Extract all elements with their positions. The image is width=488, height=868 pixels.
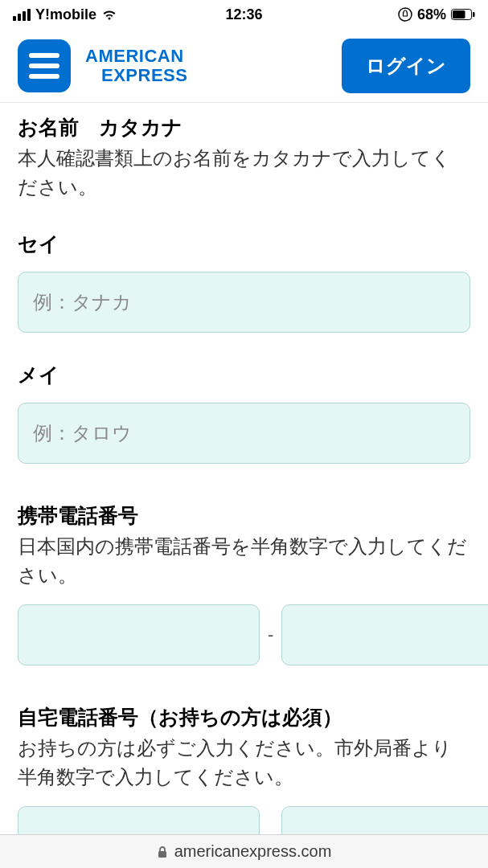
logo-line2: EXPRESS xyxy=(85,66,187,84)
sei-label: セイ xyxy=(18,231,470,257)
hamburger-line-icon xyxy=(29,53,59,58)
carrier-label: Y!mobile xyxy=(35,6,96,23)
wifi-icon xyxy=(101,9,117,21)
mei-input[interactable] xyxy=(18,403,470,464)
login-button[interactable]: ログイン xyxy=(342,39,470,93)
header-left: AMERICAN EXPRESS xyxy=(18,39,187,92)
status-right: 68% xyxy=(398,6,475,23)
sei-input[interactable] xyxy=(18,272,470,333)
menu-button[interactable] xyxy=(18,39,71,92)
svg-rect-3 xyxy=(473,12,475,17)
battery-percent: 68% xyxy=(417,6,446,23)
cellular-signal-icon xyxy=(13,9,31,21)
domain-label: americanexpress.com xyxy=(174,842,332,861)
mobile-phone-part2[interactable] xyxy=(281,604,488,665)
clock: 12:36 xyxy=(225,6,262,23)
svg-rect-4 xyxy=(158,851,166,858)
battery-icon xyxy=(451,9,475,20)
home-section-title: 自宅電話番号（お持ちの方は必須） xyxy=(18,704,470,731)
dash-separator: - xyxy=(266,624,275,645)
hamburger-line-icon xyxy=(29,74,59,79)
logo-line1: AMERICAN xyxy=(85,47,187,65)
mobile-phone-row: - - xyxy=(18,604,470,665)
lock-icon xyxy=(157,845,168,858)
svg-point-0 xyxy=(399,8,412,21)
form-content: お名前 カタカナ 本人確認書類上のお名前をカタカナで入力してください。 セイ メ… xyxy=(0,103,488,867)
svg-rect-2 xyxy=(453,10,465,18)
brand-logo: AMERICAN EXPRESS xyxy=(85,47,187,84)
mobile-section-title: 携帯電話番号 xyxy=(18,502,470,529)
name-section-description: 本人確認書類上のお名前をカタカナで入力してください。 xyxy=(18,144,470,202)
status-left: Y!mobile xyxy=(13,6,117,23)
rotation-lock-icon xyxy=(398,7,412,22)
name-section-title: お名前 カタカナ xyxy=(18,114,470,141)
mei-label: メイ xyxy=(18,362,470,388)
mobile-phone-part1[interactable] xyxy=(18,604,260,665)
status-bar: Y!mobile 12:36 68% xyxy=(0,0,488,29)
browser-bottom-bar: americanexpress.com xyxy=(0,834,488,868)
hamburger-line-icon xyxy=(29,63,59,68)
app-header: AMERICAN EXPRESS ログイン xyxy=(0,29,488,103)
mobile-section-description: 日本国内の携帯電話番号を半角数字で入力してください。 xyxy=(18,532,470,590)
home-section-description: お持ちの方は必ずご入力ください。市外局番より半角数字で入力してください。 xyxy=(18,734,470,792)
